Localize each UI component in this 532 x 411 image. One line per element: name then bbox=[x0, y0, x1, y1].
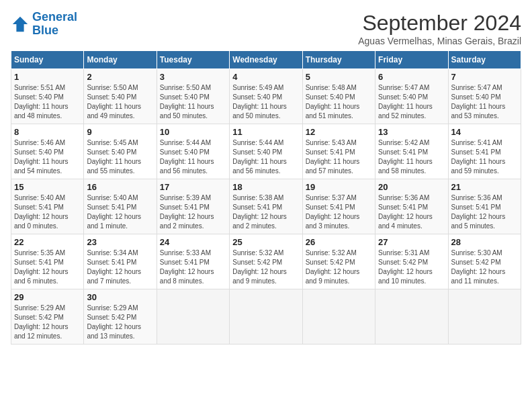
svg-marker-0 bbox=[13, 17, 28, 32]
calendar-week-row: 1Sunrise: 5:51 AMSunset: 5:40 PMDaylight… bbox=[11, 69, 521, 124]
calendar-cell: 25Sunrise: 5:32 AMSunset: 5:42 PMDayligh… bbox=[230, 234, 302, 289]
calendar-week-row: 8Sunrise: 5:46 AMSunset: 5:40 PMDaylight… bbox=[11, 124, 521, 179]
day-header-wednesday: Wednesday bbox=[230, 51, 302, 69]
day-info: Sunrise: 5:45 AMSunset: 5:40 PMDaylight:… bbox=[87, 138, 153, 176]
day-header-sunday: Sunday bbox=[11, 51, 84, 69]
logo: General Blue bbox=[11, 11, 77, 38]
day-info: Sunrise: 5:40 AMSunset: 5:41 PMDaylight:… bbox=[14, 193, 81, 231]
day-info: Sunrise: 5:36 AMSunset: 5:41 PMDaylight:… bbox=[451, 193, 518, 231]
day-number: 8 bbox=[14, 127, 81, 137]
logo-icon bbox=[11, 15, 30, 34]
calendar-cell: 26Sunrise: 5:32 AMSunset: 5:42 PMDayligh… bbox=[302, 234, 375, 289]
day-number: 7 bbox=[451, 72, 518, 82]
calendar-cell: 16Sunrise: 5:40 AMSunset: 5:41 PMDayligh… bbox=[84, 179, 157, 234]
day-number: 29 bbox=[14, 292, 81, 302]
day-info: Sunrise: 5:44 AMSunset: 5:40 PMDaylight:… bbox=[232, 138, 299, 176]
calendar-cell bbox=[375, 289, 448, 345]
day-info: Sunrise: 5:38 AMSunset: 5:41 PMDaylight:… bbox=[232, 193, 299, 231]
calendar-cell: 15Sunrise: 5:40 AMSunset: 5:41 PMDayligh… bbox=[11, 179, 84, 234]
day-number: 21 bbox=[451, 182, 518, 192]
day-number: 28 bbox=[451, 237, 518, 247]
day-number: 3 bbox=[160, 72, 226, 82]
location-subtitle: Aguas Vermelhas, Minas Gerais, Brazil bbox=[358, 36, 521, 46]
page-header: General Blue September 2024 Aguas Vermel… bbox=[11, 11, 521, 46]
day-info: Sunrise: 5:34 AMSunset: 5:41 PMDaylight:… bbox=[87, 248, 153, 286]
day-info: Sunrise: 5:46 AMSunset: 5:40 PMDaylight:… bbox=[14, 138, 81, 176]
day-header-thursday: Thursday bbox=[302, 51, 375, 69]
day-info: Sunrise: 5:29 AMSunset: 5:42 PMDaylight:… bbox=[87, 304, 153, 341]
day-info: Sunrise: 5:44 AMSunset: 5:40 PMDaylight:… bbox=[160, 138, 226, 176]
day-number: 27 bbox=[378, 237, 445, 247]
logo-line2: Blue bbox=[32, 24, 58, 37]
day-number: 5 bbox=[306, 72, 372, 82]
calendar-cell: 8Sunrise: 5:46 AMSunset: 5:40 PMDaylight… bbox=[11, 124, 84, 179]
calendar-table: SundayMondayTuesdayWednesdayThursdayFrid… bbox=[11, 50, 521, 345]
calendar-cell: 27Sunrise: 5:31 AMSunset: 5:42 PMDayligh… bbox=[375, 234, 448, 289]
day-header-monday: Monday bbox=[84, 51, 157, 69]
day-header-saturday: Saturday bbox=[448, 51, 521, 69]
calendar-cell: 28Sunrise: 5:30 AMSunset: 5:42 PMDayligh… bbox=[448, 234, 521, 289]
day-info: Sunrise: 5:37 AMSunset: 5:41 PMDaylight:… bbox=[306, 193, 372, 231]
calendar-cell: 9Sunrise: 5:45 AMSunset: 5:40 PMDaylight… bbox=[84, 124, 157, 179]
calendar-cell: 12Sunrise: 5:43 AMSunset: 5:41 PMDayligh… bbox=[302, 124, 375, 179]
day-number: 6 bbox=[378, 72, 445, 82]
calendar-cell: 5Sunrise: 5:48 AMSunset: 5:40 PMDaylight… bbox=[302, 69, 375, 124]
day-info: Sunrise: 5:47 AMSunset: 5:40 PMDaylight:… bbox=[378, 83, 445, 121]
calendar-cell: 17Sunrise: 5:39 AMSunset: 5:41 PMDayligh… bbox=[157, 179, 229, 234]
day-info: Sunrise: 5:31 AMSunset: 5:42 PMDaylight:… bbox=[378, 248, 445, 286]
day-number: 15 bbox=[14, 182, 81, 192]
day-info: Sunrise: 5:48 AMSunset: 5:40 PMDaylight:… bbox=[306, 83, 372, 121]
day-info: Sunrise: 5:50 AMSunset: 5:40 PMDaylight:… bbox=[87, 83, 153, 121]
day-info: Sunrise: 5:51 AMSunset: 5:40 PMDaylight:… bbox=[14, 83, 81, 121]
calendar-cell: 19Sunrise: 5:37 AMSunset: 5:41 PMDayligh… bbox=[302, 179, 375, 234]
calendar-cell: 1Sunrise: 5:51 AMSunset: 5:40 PMDaylight… bbox=[11, 69, 84, 124]
day-info: Sunrise: 5:35 AMSunset: 5:41 PMDaylight:… bbox=[14, 248, 81, 286]
day-info: Sunrise: 5:47 AMSunset: 5:40 PMDaylight:… bbox=[451, 83, 518, 121]
day-number: 22 bbox=[14, 237, 81, 247]
calendar-cell bbox=[302, 289, 375, 345]
day-number: 2 bbox=[87, 72, 153, 82]
calendar-cell: 3Sunrise: 5:50 AMSunset: 5:40 PMDaylight… bbox=[157, 69, 229, 124]
calendar-cell: 29Sunrise: 5:29 AMSunset: 5:42 PMDayligh… bbox=[11, 289, 84, 345]
calendar-cell: 6Sunrise: 5:47 AMSunset: 5:40 PMDaylight… bbox=[375, 69, 448, 124]
day-number: 20 bbox=[378, 182, 445, 192]
calendar-cell: 20Sunrise: 5:36 AMSunset: 5:41 PMDayligh… bbox=[375, 179, 448, 234]
logo-text: General Blue bbox=[32, 11, 77, 38]
day-number: 16 bbox=[87, 182, 153, 192]
day-header-friday: Friday bbox=[375, 51, 448, 69]
day-number: 25 bbox=[232, 237, 299, 247]
day-number: 1 bbox=[14, 72, 81, 82]
day-info: Sunrise: 5:50 AMSunset: 5:40 PMDaylight:… bbox=[160, 83, 226, 121]
calendar-cell: 2Sunrise: 5:50 AMSunset: 5:40 PMDaylight… bbox=[84, 69, 157, 124]
day-number: 18 bbox=[232, 182, 299, 192]
day-number: 30 bbox=[87, 292, 153, 302]
day-info: Sunrise: 5:39 AMSunset: 5:41 PMDaylight:… bbox=[160, 193, 226, 231]
calendar-cell: 24Sunrise: 5:33 AMSunset: 5:41 PMDayligh… bbox=[157, 234, 229, 289]
calendar-cell: 18Sunrise: 5:38 AMSunset: 5:41 PMDayligh… bbox=[230, 179, 302, 234]
calendar-cell: 13Sunrise: 5:42 AMSunset: 5:41 PMDayligh… bbox=[375, 124, 448, 179]
day-number: 11 bbox=[232, 127, 299, 137]
calendar-cell bbox=[230, 289, 302, 345]
logo-line1: General bbox=[32, 10, 77, 24]
day-number: 24 bbox=[160, 237, 226, 247]
day-info: Sunrise: 5:49 AMSunset: 5:40 PMDaylight:… bbox=[232, 83, 299, 121]
day-number: 9 bbox=[87, 127, 153, 137]
day-info: Sunrise: 5:29 AMSunset: 5:42 PMDaylight:… bbox=[14, 304, 81, 341]
calendar-cell: 22Sunrise: 5:35 AMSunset: 5:41 PMDayligh… bbox=[11, 234, 84, 289]
calendar-cell: 4Sunrise: 5:49 AMSunset: 5:40 PMDaylight… bbox=[230, 69, 302, 124]
day-number: 12 bbox=[306, 127, 372, 137]
day-number: 19 bbox=[306, 182, 372, 192]
calendar-cell: 10Sunrise: 5:44 AMSunset: 5:40 PMDayligh… bbox=[157, 124, 229, 179]
day-info: Sunrise: 5:33 AMSunset: 5:41 PMDaylight:… bbox=[160, 248, 226, 286]
calendar-week-row: 15Sunrise: 5:40 AMSunset: 5:41 PMDayligh… bbox=[11, 179, 521, 234]
day-info: Sunrise: 5:30 AMSunset: 5:42 PMDaylight:… bbox=[451, 248, 518, 286]
calendar-week-row: 29Sunrise: 5:29 AMSunset: 5:42 PMDayligh… bbox=[11, 289, 521, 345]
day-info: Sunrise: 5:43 AMSunset: 5:41 PMDaylight:… bbox=[306, 138, 372, 176]
calendar-cell: 11Sunrise: 5:44 AMSunset: 5:40 PMDayligh… bbox=[230, 124, 302, 179]
day-info: Sunrise: 5:42 AMSunset: 5:41 PMDaylight:… bbox=[378, 138, 445, 176]
calendar-cell: 14Sunrise: 5:41 AMSunset: 5:41 PMDayligh… bbox=[448, 124, 521, 179]
day-number: 23 bbox=[87, 237, 153, 247]
calendar-week-row: 22Sunrise: 5:35 AMSunset: 5:41 PMDayligh… bbox=[11, 234, 521, 289]
day-info: Sunrise: 5:36 AMSunset: 5:41 PMDaylight:… bbox=[378, 193, 445, 231]
calendar-cell: 30Sunrise: 5:29 AMSunset: 5:42 PMDayligh… bbox=[84, 289, 157, 345]
